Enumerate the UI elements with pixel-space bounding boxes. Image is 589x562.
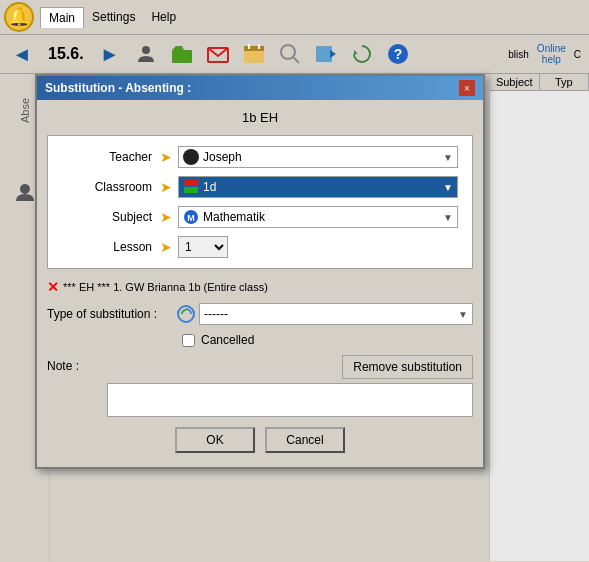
calendar-icon[interactable] [238, 38, 270, 70]
svg-text:?: ? [393, 46, 402, 62]
subject-select[interactable]: M Mathematik ▼ [178, 206, 458, 228]
sub-type-icon [177, 305, 195, 323]
ok-button[interactable]: OK [175, 427, 255, 453]
class-label: 1b EH [47, 110, 473, 125]
date-display: 15.6. [42, 45, 90, 63]
svg-point-14 [20, 184, 30, 194]
dialog-titlebar: Substitution - Absenting : × [37, 76, 483, 100]
lesson-select[interactable]: 1 2 3 4 5 [178, 236, 228, 258]
svg-rect-4 [244, 46, 264, 51]
menu-item-main[interactable]: Main [40, 7, 84, 28]
subject-row: Subject ➤ M Mathematik [62, 206, 458, 228]
form-section: Teacher ➤ Joseph ▼ Classroo [47, 135, 473, 269]
note-label: Note : [47, 355, 107, 373]
remove-substitution-button[interactable]: Remove substitution [342, 355, 473, 379]
info-red-x: ✕ [47, 279, 59, 295]
extra-label: C [572, 47, 583, 62]
svg-marker-10 [330, 50, 336, 58]
teacher-row: Teacher ➤ Joseph ▼ [62, 146, 458, 168]
column-headers: Subject Typ [490, 74, 589, 91]
svg-rect-1 [172, 50, 192, 63]
classroom-value: 1d [203, 180, 216, 194]
back-button[interactable]: ◄ [6, 38, 38, 70]
sub-type-select[interactable]: ------ ▼ [199, 303, 473, 325]
forward-button[interactable]: ► [94, 38, 126, 70]
teacher-label: Teacher [62, 150, 152, 164]
right-panel: Subject Typ [489, 74, 589, 561]
teacher-arrow-icon: ➤ [160, 149, 172, 165]
subject-icon: M [183, 209, 199, 225]
note-row: Note : Remove substitution [47, 355, 473, 417]
export-icon[interactable] [310, 38, 342, 70]
svg-point-7 [281, 45, 295, 59]
publish-label: blish [506, 47, 531, 62]
dialog-close-button[interactable]: × [459, 80, 475, 96]
note-area: Remove substitution [107, 355, 473, 417]
absenting-info-text: *** EH *** 1. GW Brianna 1b (Entire clas… [63, 281, 268, 293]
lesson-row: Lesson ➤ 1 2 3 4 5 [62, 236, 458, 258]
sub-type-select-wrapper: ------ ▼ [177, 303, 473, 325]
help-icon[interactable]: ? [382, 38, 414, 70]
subject-value: Mathematik [203, 210, 265, 224]
classroom-icon [183, 179, 199, 195]
subject-col-header: Subject [490, 74, 540, 90]
search-icon[interactable] [274, 38, 306, 70]
lesson-label: Lesson [62, 240, 152, 254]
teacher-dropdown-arrow: ▼ [443, 152, 453, 163]
subject-select-wrapper: M Mathematik ▼ [178, 206, 458, 228]
svg-marker-11 [354, 50, 358, 54]
subject-label: Subject [62, 210, 152, 224]
substitution-dialog: Substitution - Absenting : × 1b EH Teach… [35, 74, 485, 469]
dialog-title: Substitution - Absenting : [45, 81, 191, 95]
cancelled-row: Cancelled [47, 333, 473, 347]
svg-rect-9 [316, 46, 332, 62]
classroom-select[interactable]: 1d ▼ [178, 176, 458, 198]
cancel-button[interactable]: Cancel [265, 427, 345, 453]
sub-type-label: Type of substitution : [47, 307, 177, 321]
menu-item-help[interactable]: Help [143, 7, 184, 27]
note-textarea[interactable] [107, 383, 473, 417]
sub-type-row: Type of substitution : ------ ▼ [47, 303, 473, 325]
remove-btn-wrapper: Remove substitution [107, 355, 473, 379]
type-col-header: Typ [540, 74, 590, 90]
dialog-body: 1b EH Teacher ➤ Joseph ▼ [37, 100, 483, 467]
main-area: Subject Typ Abse ✕ *** EH *** 1. GW Bria… [0, 74, 589, 561]
teacher-value: Joseph [203, 150, 242, 164]
cancelled-checkbox[interactable] [182, 334, 195, 347]
cancelled-label: Cancelled [201, 333, 254, 347]
menu-item-settings[interactable]: Settings [84, 7, 143, 27]
classroom-row: Classroom ➤ [62, 176, 458, 198]
dialog-buttons: OK Cancel [47, 427, 473, 457]
mail-icon[interactable] [202, 38, 234, 70]
menu-bar: 🔔 Main Settings Help [0, 0, 589, 35]
absenting-info-row: ✕ *** EH *** 1. GW Brianna 1b (Entire cl… [47, 279, 473, 295]
classroom-dropdown-arrow: ▼ [443, 182, 453, 193]
teacher-select-wrapper: Joseph ▼ [178, 146, 458, 168]
subject-arrow-icon: ➤ [160, 209, 172, 225]
classroom-label: Classroom [62, 180, 152, 194]
svg-text:M: M [187, 213, 195, 223]
lesson-arrow-icon: ➤ [160, 239, 172, 255]
person-icon[interactable] [130, 38, 162, 70]
sub-type-value: ------ [204, 307, 228, 321]
online-help-label: Onlinehelp [535, 41, 568, 67]
svg-rect-15 [184, 180, 198, 186]
svg-point-0 [142, 46, 150, 54]
subject-dropdown-arrow: ▼ [443, 212, 453, 223]
classroom-arrow-icon: ➤ [160, 179, 172, 195]
substitution-section: Type of substitution : ------ ▼ [47, 303, 473, 417]
refresh-icon[interactable] [346, 38, 378, 70]
teacher-person-icon [183, 149, 199, 165]
svg-rect-16 [184, 187, 198, 193]
app-logo: 🔔 [4, 2, 34, 32]
classroom-select-wrapper: 1d ▼ [178, 176, 458, 198]
teacher-select[interactable]: Joseph ▼ [178, 146, 458, 168]
abse-label: Abse [19, 98, 31, 123]
sub-type-dropdown-arrow: ▼ [458, 309, 468, 320]
person-avatar [14, 181, 36, 206]
svg-line-8 [293, 57, 299, 63]
folder-icon[interactable] [166, 38, 198, 70]
toolbar: ◄ 15.6. ► ? blish Onlinehelp C [0, 35, 589, 74]
